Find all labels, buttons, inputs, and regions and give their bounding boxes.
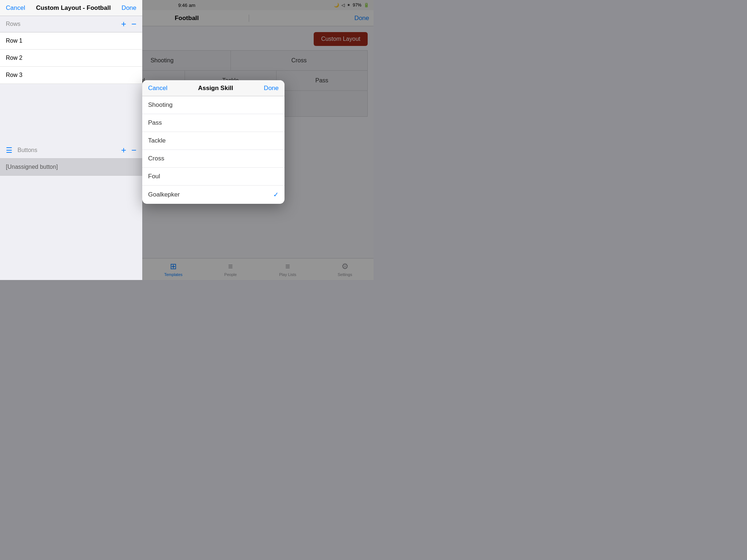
buttons-section-header: ☰ Buttons + − [0,142,142,159]
custom-layout-modal: Cancel Custom Layout - Football Done Row… [0,0,142,280]
reorder-icon[interactable]: ☰ [6,146,12,155]
skill-item-goalkeeper[interactable]: Goalkepker ✓ [142,186,285,204]
skill-name-tackle: Tackle [148,137,166,144]
skill-name-cross: Cross [148,155,164,162]
modal-done-button[interactable]: Done [121,4,136,12]
row2-item[interactable]: Row 2 [0,50,142,67]
buttons-add-button[interactable]: + [121,145,126,155]
row3-item[interactable]: Row 3 [0,67,142,84]
buttons-empty-space [0,176,142,267]
skill-name-goalkeeper: Goalkepker [148,191,180,198]
popover-nav: Cancel Assign Skill Done [142,80,285,96]
skill-item-pass[interactable]: Pass [142,114,285,132]
rows-remove-button[interactable]: − [131,19,136,29]
popover-title: Assign Skill [198,85,233,92]
rows-label: Rows [6,21,116,27]
skill-item-tackle[interactable]: Tackle [142,132,285,150]
popover-cancel-button[interactable]: Cancel [148,85,167,92]
row1-item[interactable]: Row 1 [0,32,142,50]
skill-name-foul: Foul [148,173,160,180]
skill-list: Shooting Pass Tackle Cross Foul Goalkepk… [142,96,285,204]
skill-item-cross[interactable]: Cross [142,150,285,168]
buttons-remove-button[interactable]: − [131,145,136,155]
skill-checkmark-goalkeeper: ✓ [273,191,279,199]
buttons-label: Buttons [18,147,116,153]
assign-skill-popover: Cancel Assign Skill Done Shooting Pass T… [142,80,285,204]
rows-add-button[interactable]: + [121,19,126,29]
skill-item-shooting[interactable]: Shooting [142,96,285,114]
skill-name-shooting: Shooting [148,101,173,109]
skill-item-foul[interactable]: Foul [142,168,285,186]
modal-cancel-button[interactable]: Cancel [6,4,25,12]
modal-title: Custom Layout - Football [36,4,111,12]
modal-body: Rows + − Row 1 Row 2 Row 3 ☰ Buttons + −… [0,16,142,280]
popover-done-button[interactable]: Done [264,85,279,92]
rows-section-header: Rows + − [0,16,142,32]
skill-name-pass: Pass [148,119,162,127]
rows-empty-space [0,84,142,142]
modal-nav: Cancel Custom Layout - Football Done [0,0,142,16]
unassigned-button-item[interactable]: [Unassigned button] [0,159,142,176]
